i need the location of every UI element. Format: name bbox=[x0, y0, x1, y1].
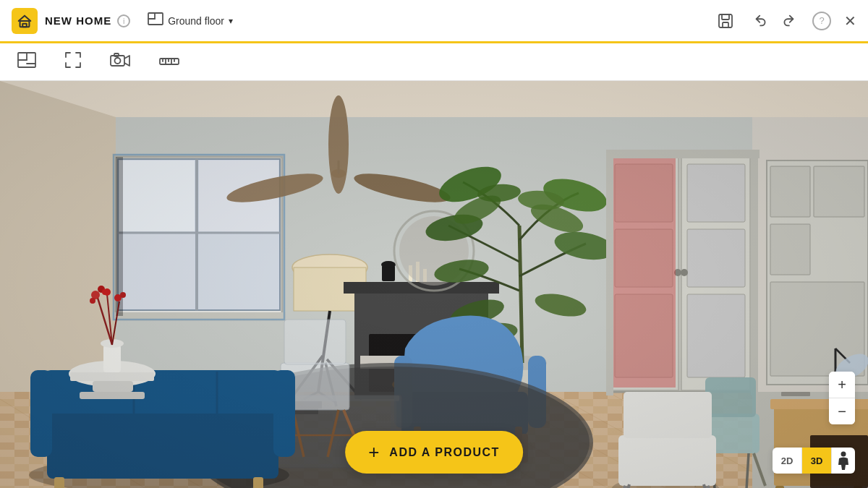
help-button[interactable]: ? bbox=[812, 12, 831, 30]
app-title: NEW HOME bbox=[45, 14, 111, 27]
undo-redo-group bbox=[750, 9, 799, 33]
room-rendering bbox=[0, 81, 868, 488]
svg-point-13 bbox=[115, 58, 121, 64]
save-button[interactable] bbox=[714, 9, 737, 33]
svg-rect-5 bbox=[719, 14, 732, 27]
floorplan-tool-button[interactable] bbox=[12, 48, 42, 76]
svg-rect-1 bbox=[22, 23, 27, 27]
redo-button[interactable] bbox=[776, 9, 799, 33]
ruler-icon bbox=[159, 53, 179, 70]
add-product-label: ADD A PRODUCT bbox=[389, 446, 500, 459]
close-button[interactable]: ✕ bbox=[844, 12, 856, 30]
logo-icon bbox=[12, 8, 38, 34]
svg-rect-12 bbox=[111, 56, 124, 66]
undo-button[interactable] bbox=[750, 9, 773, 33]
zoom-in-button[interactable]: + bbox=[829, 372, 855, 398]
3d-view-button[interactable]: 3D bbox=[802, 448, 831, 474]
floor-plan-icon bbox=[148, 12, 163, 29]
secondary-toolbar bbox=[0, 43, 868, 81]
floorplan-icon bbox=[17, 52, 36, 72]
view-toggle: 2D 3D bbox=[773, 448, 855, 474]
top-bar: NEW HOME i Ground floor ▾ bbox=[0, 0, 868, 43]
2d-view-button[interactable]: 2D bbox=[773, 448, 801, 474]
svg-rect-6 bbox=[722, 14, 729, 20]
svg-rect-7 bbox=[723, 22, 728, 27]
floor-label: Ground floor bbox=[168, 15, 224, 27]
person-view-button[interactable] bbox=[832, 448, 855, 474]
top-bar-right: ? ✕ bbox=[714, 9, 856, 33]
camera-3d-icon bbox=[110, 52, 130, 72]
info-icon[interactable]: i bbox=[117, 14, 130, 27]
zoom-controls: + − bbox=[829, 372, 855, 424]
svg-rect-14 bbox=[114, 53, 119, 56]
zoom-out-button[interactable]: − bbox=[829, 398, 855, 424]
svg-point-194 bbox=[841, 452, 846, 457]
measure-tool-button[interactable] bbox=[153, 49, 185, 74]
add-product-button[interactable]: + ADD A PRODUCT bbox=[345, 431, 523, 474]
fullscreen-icon bbox=[65, 52, 81, 72]
floor-chevron-icon: ▾ bbox=[229, 16, 233, 26]
3d-scene[interactable] bbox=[0, 81, 868, 488]
floor-selector[interactable]: Ground floor ▾ bbox=[148, 12, 233, 29]
fullscreen-tool-button[interactable] bbox=[59, 48, 87, 76]
photo-tool-button[interactable] bbox=[104, 48, 136, 76]
svg-rect-193 bbox=[0, 81, 868, 488]
add-plus-icon: + bbox=[368, 441, 379, 463]
